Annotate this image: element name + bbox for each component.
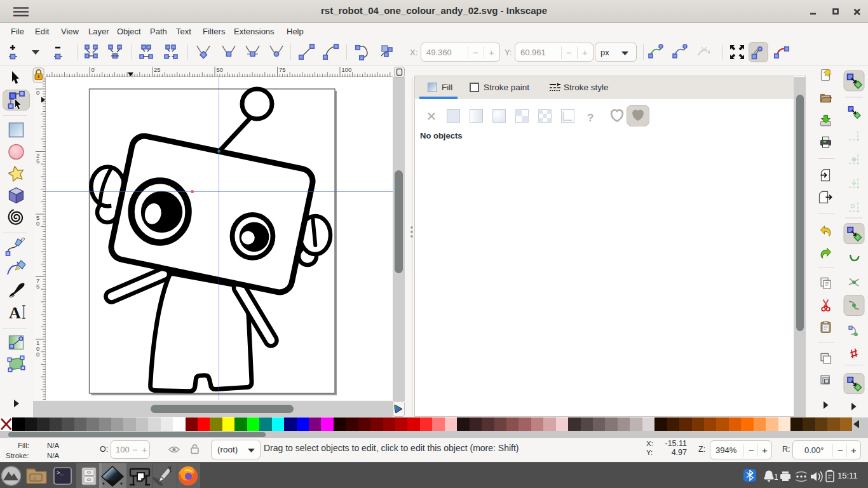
svg-text:A: A	[9, 304, 21, 322]
svg-text:Y:: Y:	[505, 48, 512, 57]
svg-text:25: 25	[154, 66, 161, 73]
svg-text:5: 5	[36, 283, 39, 290]
svg-text:50: 50	[217, 66, 224, 73]
svg-text:o: o	[33, 476, 36, 482]
svg-text:0: 0	[92, 66, 95, 73]
svg-text:1: 1	[774, 473, 778, 482]
svg-text:100: 100	[342, 66, 352, 73]
svg-text:0: 0	[36, 89, 39, 96]
svg-text:5: 5	[36, 158, 39, 165]
svg-text:?: ?	[587, 112, 593, 124]
svg-text:75: 75	[279, 66, 286, 73]
svg-text:0: 0	[36, 351, 39, 358]
svg-text:0: 0	[36, 220, 39, 227]
svg-text:X:: X:	[410, 48, 417, 57]
svg-text:>_: >_	[57, 470, 64, 477]
